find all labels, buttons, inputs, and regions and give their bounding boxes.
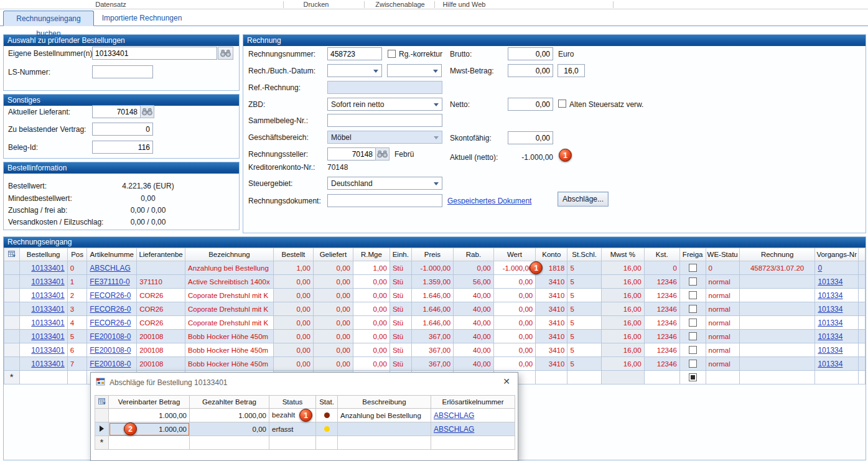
col-vorgangsnr[interactable]: Vorgangs-Nr [815,248,859,261]
rechnungsnummer-input[interactable] [327,47,382,60]
rechnungsdatum-combo[interactable] [327,64,382,77]
rechnungssteller-input[interactable] [327,147,376,161]
grid-link[interactable]: 10133401 [31,346,64,355]
grid-link[interactable]: 10133401 [31,264,64,272]
brutto-input[interactable] [508,47,553,60]
table-row[interactable]: 101334017FE200108-0200108Bobb Hocker Höh… [4,357,866,371]
table-row[interactable]: 1.000,001.000,00bezahlt1Anzahlung bei Be… [95,409,515,422]
mwst-betrag-input[interactable] [508,64,553,77]
grid-link[interactable]: 10133401 [31,332,64,341]
freigabe-checkbox[interactable] [689,360,697,368]
grid-link[interactable]: 10133401 [31,291,64,300]
col-kst[interactable]: Kst. [644,248,679,261]
col-pad[interactable] [858,248,865,261]
table-row[interactable]: 101334010ABSCHLAGAnzahlung bei Bestellun… [4,261,866,275]
freigabe-checkbox[interactable] [689,373,697,381]
mwst-satz-input[interactable] [558,64,585,77]
table-row[interactable]: 101334012FECOR26-0COR26Coporate Drehstuh… [4,289,866,302]
alter-steuersatz-checkbox[interactable] [558,100,566,108]
grid-link[interactable]: 0 [818,264,822,272]
freigabe-checkbox[interactable] [689,305,697,313]
abschlaege-button[interactable]: Abschläge... [558,192,609,207]
aktueller-lieferant-input[interactable] [92,105,141,118]
freigabe-checkbox[interactable] [689,319,697,327]
table-row[interactable]: 21.000,000,00erfasstABSCHLAG [95,422,515,436]
freigabe-checkbox[interactable] [689,277,697,286]
freigabe-checkbox[interactable] [689,291,697,299]
col-westatus[interactable]: WE-Statu [706,248,739,261]
table-row[interactable]: * [95,436,515,450]
table-row[interactable]: 101334014FECOR26-0COR26Coporate Drehstuh… [4,316,866,330]
grid-link[interactable]: FECOR26-0 [90,291,131,300]
col-geliefert[interactable]: Geliefert [313,248,353,261]
eigene-bestellnummer-input[interactable] [92,47,217,60]
beleg-id-input[interactable] [92,141,153,154]
close-icon[interactable]: ✕ [503,376,510,386]
table-row[interactable]: 101334015FE200108-0200108Bobb Hocker Höh… [4,330,866,343]
col-artikelnummer[interactable]: Artikelnumme [87,248,137,261]
col-bestellung[interactable]: Bestellung [19,248,67,261]
grid-link[interactable]: FE200108-0 [90,332,131,341]
col-stschl[interactable]: St.Schl. [567,248,601,261]
col-konto[interactable]: Konto [536,248,567,261]
grid-link[interactable]: 101334 [818,291,842,300]
table-row[interactable]: 101334016FE200108-0200108Bobb Hocker Höh… [4,343,866,357]
col-bezeichnung[interactable]: Bezeichnung [185,248,273,261]
grid-link[interactable]: 101334 [818,305,842,314]
rg-korrektur-checkbox[interactable] [388,50,396,58]
search-rechnungssteller-button[interactable] [375,147,390,161]
tab-importierte-rechnungen[interactable]: Importierte Rechnungen [95,11,189,26]
col-einh[interactable]: Einh. [390,248,411,261]
col-erloes[interactable]: Erlösartikelnummer [431,396,515,409]
rechnungsdokument-input[interactable] [327,194,442,207]
grid-link[interactable]: ABSCHLAG [90,264,130,272]
freigabe-checkbox[interactable] [689,346,697,354]
grid-link[interactable]: 10133401 [31,277,64,286]
grid-link[interactable]: ABSCHLAG [434,411,474,420]
grid-link[interactable]: FECOR26-0 [90,319,131,327]
col-pos[interactable]: Pos [67,248,87,261]
search-lieferant-button[interactable] [140,105,154,118]
col-rechnung[interactable]: Rechnung [739,248,815,261]
grid-link[interactable]: 10133401 [31,360,64,368]
grid-link[interactable]: FE200108-0 [90,360,131,368]
col-sel[interactable] [95,396,109,409]
col-wert[interactable]: Wert [493,248,535,261]
skontofaehig-input[interactable] [508,131,553,144]
col-vereinbarter[interactable]: Vereinbarter Betrag [109,396,190,409]
col-mwst[interactable]: Mwst % [601,248,644,261]
netto-input[interactable] [508,98,553,111]
tab-rechnungseingang-buchen[interactable]: Rechnungseingang buchen [3,11,94,26]
col-stat[interactable]: Stat. [316,396,338,409]
sammelbeleg-input[interactable] [327,114,442,127]
col-rmge[interactable]: R.Mge [353,248,390,261]
grid-link[interactable]: 10133401 [31,319,64,327]
grid-link[interactable]: 101334 [818,319,842,327]
col-sel[interactable] [4,248,20,261]
gespeichertes-dokument-link[interactable]: Gespeichertes Dokument [447,197,531,205]
col-preis[interactable]: Preis [411,248,453,261]
grid-link[interactable]: 101334 [818,332,842,341]
search-bestellnummer-button[interactable] [218,47,233,60]
grid-link[interactable]: ABSCHLAG [434,425,474,434]
grid-link[interactable]: 101334 [818,360,842,368]
grid-link[interactable]: 10133401 [31,305,64,314]
col-beschreibung[interactable]: Beschreibung [338,396,431,409]
col-status[interactable]: Status [269,396,316,409]
freigabe-checkbox[interactable] [689,332,697,340]
zu-belastender-vertrag-input[interactable] [92,123,153,136]
zbd-combo[interactable]: Sofort rein netto [327,98,442,111]
col-gezahlter[interactable]: Gezahlter Betrag [190,396,269,409]
grid-link[interactable]: FECOR26-0 [90,305,131,314]
col-freiga[interactable]: Freiga [679,248,706,261]
grid-link[interactable]: FE200108-0 [90,346,131,355]
grid-link[interactable]: 101334 [818,277,842,286]
table-row[interactable]: 101334013FECOR26-0COR26Coporate Drehstuh… [4,302,866,316]
col-lieferant[interactable]: Lieferantenbe [137,248,185,261]
grid-link[interactable]: FE371110-0 [90,277,129,286]
freigabe-checkbox[interactable] [689,264,697,272]
col-bestellt[interactable]: Bestellt [273,248,313,261]
grid-link[interactable]: 101334 [818,346,842,355]
buchungsdatum-combo[interactable] [387,64,442,77]
ls-nummer-input[interactable] [92,65,153,78]
